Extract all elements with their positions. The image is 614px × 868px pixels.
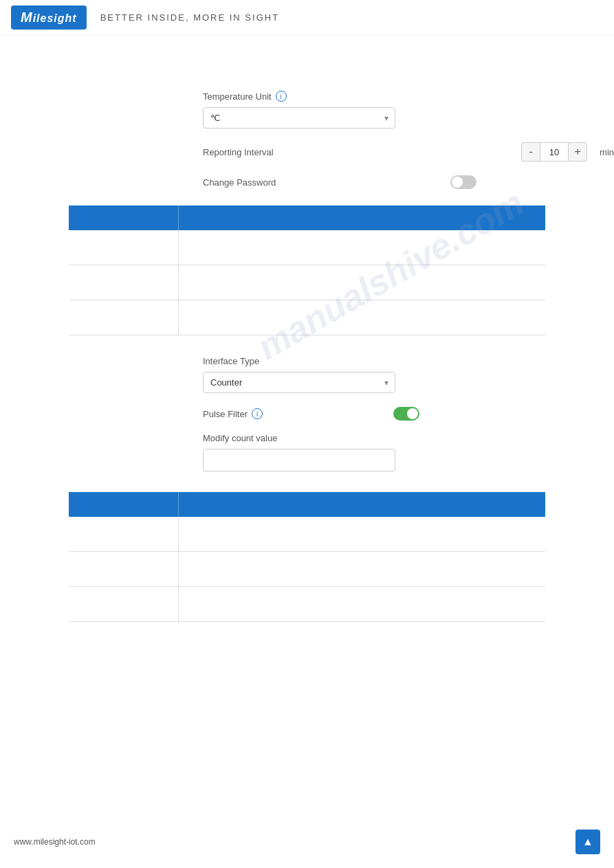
table-row [69, 587, 545, 622]
table2-row3-col2 [179, 587, 545, 621]
table1-row3-col2 [179, 300, 545, 335]
arrow-up-icon: ▲ [582, 836, 593, 848]
interface-type-label: Interface Type [203, 356, 614, 366]
modify-count-input[interactable] [203, 449, 395, 471]
reporting-interval-label: Reporting Interval [203, 147, 313, 157]
temperature-unit-info-icon[interactable]: i [276, 91, 287, 102]
scroll-top-button[interactable]: ▲ [575, 830, 600, 854]
modify-count-label: Modify count value [203, 433, 614, 443]
table1-row1-col2 [179, 230, 545, 265]
logo: Milesight [11, 5, 87, 30]
change-password-toggle[interactable] [450, 175, 476, 189]
modify-count-group: Modify count value [203, 433, 614, 471]
change-password-slider[interactable] [450, 175, 476, 189]
table1-row2-col2 [179, 265, 545, 300]
change-password-knob [452, 177, 463, 188]
interface-block: Interface Type Counter Voltage Current ▾… [203, 356, 614, 471]
table1-row3-col1 [69, 300, 179, 335]
footer: www.milesight-iot.com ▲ [0, 830, 614, 854]
temperature-unit-group: Temperature Unit i ℃ ℉ ▾ [203, 91, 614, 129]
pulse-filter-knob [407, 408, 418, 419]
reporting-interval-value[interactable] [540, 142, 568, 162]
table1-row1-col1 [69, 230, 179, 265]
pulse-filter-toggle[interactable] [393, 407, 419, 421]
table-row [69, 552, 545, 587]
reporting-interval-plus-button[interactable]: + [568, 142, 587, 162]
temperature-unit-label: Temperature Unit i [203, 91, 614, 102]
table1-row2-col1 [69, 265, 179, 300]
interface-type-select-wrapper: Counter Voltage Current ▾ [203, 372, 395, 393]
table-row [69, 265, 545, 300]
change-password-label: Change Password [203, 177, 313, 188]
table2-col1-header [69, 492, 179, 517]
table1-col1-header [69, 205, 179, 230]
table2-header [69, 492, 545, 517]
logo-text: Milesight [21, 10, 77, 25]
pulse-filter-row: Pulse Filter i [203, 407, 614, 421]
table1 [69, 205, 545, 335]
pulse-filter-label: Pulse Filter i [203, 408, 263, 419]
settings-block: Temperature Unit i ℃ ℉ ▾ Reporting Inter… [203, 91, 614, 189]
pulse-filter-slider[interactable] [393, 407, 419, 421]
table2-row2-col2 [179, 552, 545, 586]
temperature-unit-select[interactable]: ℃ ℉ [203, 107, 395, 129]
table2-row1-col2 [179, 517, 545, 551]
table2-row2-col1 [69, 552, 179, 586]
table-row [69, 517, 545, 552]
table-row [69, 300, 545, 335]
table2-row3-col1 [69, 587, 179, 621]
table-row [69, 230, 545, 265]
tagline: BETTER INSIDE, MORE IN SIGHT [100, 12, 279, 23]
table1-header [69, 205, 545, 230]
stepper-controls: - + [521, 142, 587, 162]
change-password-row: Change Password [203, 175, 614, 189]
temperature-unit-select-wrapper: ℃ ℉ ▾ [203, 107, 395, 129]
interface-type-select[interactable]: Counter Voltage Current [203, 372, 395, 393]
table1-col2-header [179, 205, 545, 230]
reporting-interval-minus-button[interactable]: - [521, 142, 540, 162]
pulse-filter-info-icon[interactable]: i [252, 408, 263, 419]
reporting-interval-group: Reporting Interval - + min [203, 142, 614, 162]
main-content: Temperature Unit i ℃ ℉ ▾ Reporting Inter… [0, 36, 614, 670]
header: Milesight BETTER INSIDE, MORE IN SIGHT [0, 0, 614, 36]
reporting-interval-unit: min [600, 147, 614, 157]
table2 [69, 492, 545, 622]
footer-url: www.milesight-iot.com [14, 837, 96, 847]
interface-type-group: Interface Type Counter Voltage Current ▾ [203, 356, 614, 393]
table2-col2-header [179, 492, 545, 517]
table2-row1-col1 [69, 517, 179, 551]
